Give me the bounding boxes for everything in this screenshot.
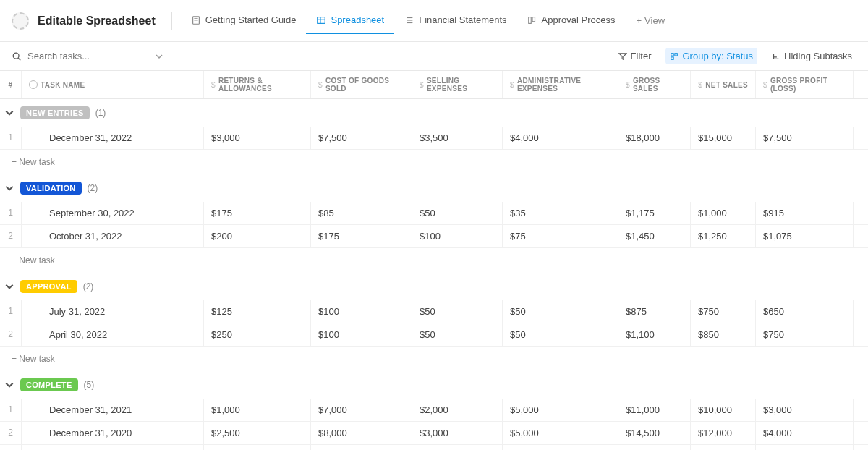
new-task-button[interactable]: + New task: [0, 347, 868, 371]
cell-name[interactable]: March 31, 2022: [22, 445, 204, 450]
cell-admin[interactable]: $50: [503, 445, 618, 450]
group-toggle[interactable]: [4, 281, 14, 292]
cell-name[interactable]: April 30, 2022: [22, 323, 204, 346]
cell-cogs[interactable]: $75: [311, 445, 412, 450]
cell-net[interactable]: $1,000: [691, 202, 756, 224]
group-badge[interactable]: VALIDATION: [20, 182, 82, 195]
cell-selling[interactable]: $50: [412, 323, 503, 346]
cell-gross[interactable]: $18,000: [618, 127, 691, 149]
cell-profit[interactable]: $3,000: [756, 399, 854, 421]
chevron-down-icon[interactable]: [155, 52, 163, 61]
cell-admin[interactable]: $5,000: [503, 399, 618, 421]
cell-admin[interactable]: $4,000: [503, 127, 618, 149]
cell-profit[interactable]: $650: [756, 300, 854, 323]
cell-selling[interactable]: $50: [412, 300, 503, 323]
table-row[interactable]: 1 July 31, 2022 $125 $100 $50 $50 $875 $…: [0, 300, 868, 323]
cell-net[interactable]: $750: [691, 300, 756, 323]
cell-gross[interactable]: $14,500: [618, 422, 691, 444]
cell-admin[interactable]: $75: [503, 225, 618, 247]
cell-admin[interactable]: $5,000: [503, 422, 618, 444]
table-row[interactable]: 2 April 30, 2022 $250 $100 $50 $50 $1,10…: [0, 323, 868, 347]
add-view-button[interactable]: + View: [626, 7, 676, 34]
hiding-subtasks-button[interactable]: Hiding Subtasks: [767, 48, 856, 64]
cell-returns[interactable]: $200: [204, 225, 311, 247]
col-header-num[interactable]: #: [0, 71, 22, 98]
cell-cogs[interactable]: $100: [311, 300, 412, 323]
cell-returns[interactable]: $175: [204, 202, 311, 224]
cell-cogs[interactable]: $7,000: [311, 399, 412, 421]
cell-returns[interactable]: $1,000: [204, 399, 311, 421]
tab-financial[interactable]: Financial Statements: [394, 7, 516, 34]
new-task-button[interactable]: + New task: [0, 248, 868, 273]
tab-approval[interactable]: Approval Process: [517, 7, 626, 34]
cell-selling[interactable]: $3,500: [412, 127, 503, 149]
cell-cogs[interactable]: $85: [311, 202, 412, 224]
group-badge[interactable]: COMPLETE: [20, 378, 78, 391]
table-row[interactable]: 1 September 30, 2022 $175 $85 $50 $35 $1…: [0, 202, 868, 225]
cell-profit[interactable]: $725: [756, 445, 854, 450]
table-row[interactable]: 2 October 31, 2022 $200 $175 $100 $75 $1…: [0, 225, 868, 248]
cell-name[interactable]: July 31, 2022: [22, 300, 204, 323]
table-row[interactable]: 1 December 31, 2022 $3,000 $7,500 $3,500…: [0, 127, 868, 150]
cell-cogs[interactable]: $7,500: [311, 127, 412, 149]
cell-profit[interactable]: $750: [756, 323, 854, 346]
new-task-button[interactable]: + New task: [0, 150, 868, 174]
cell-profit[interactable]: $1,075: [756, 225, 854, 247]
col-header-cogs[interactable]: $COST OF GOODS SOLD: [311, 71, 412, 98]
cell-net[interactable]: $15,000: [691, 127, 756, 149]
table-row[interactable]: 2 December 31, 2020 $2,500 $8,000 $3,000…: [0, 422, 868, 445]
cell-name[interactable]: December 31, 2022: [22, 127, 204, 149]
cell-admin[interactable]: $50: [503, 300, 618, 323]
col-header-name[interactable]: TASK NAME: [22, 71, 204, 98]
tab-getting-started[interactable]: Getting Started Guide: [181, 7, 307, 34]
cell-gross[interactable]: $900: [618, 445, 691, 450]
cell-gross[interactable]: $875: [618, 300, 691, 323]
cell-net[interactable]: $1,250: [691, 225, 756, 247]
search-input[interactable]: [27, 51, 149, 61]
cell-profit[interactable]: $915: [756, 202, 854, 224]
group-toggle[interactable]: [4, 183, 14, 193]
cell-net[interactable]: $850: [691, 323, 756, 346]
cell-cogs[interactable]: $175: [311, 225, 412, 247]
group-badge[interactable]: NEW ENTRIES: [20, 106, 90, 119]
cell-returns[interactable]: $2,500: [204, 422, 311, 444]
col-header-admin[interactable]: $ADMINISTRATIVE EXPENSES: [503, 71, 618, 98]
col-header-net[interactable]: $NET SALES: [691, 71, 756, 98]
cell-selling[interactable]: $3,000: [412, 422, 503, 444]
cell-cogs[interactable]: $8,000: [311, 422, 412, 444]
groupby-button[interactable]: Group by: Status: [665, 48, 757, 64]
cell-returns[interactable]: $100: [204, 445, 311, 450]
cell-net[interactable]: $12,000: [691, 422, 756, 444]
group-toggle[interactable]: [4, 108, 14, 118]
filter-button[interactable]: Filter: [614, 48, 656, 64]
cell-profit[interactable]: $4,000: [756, 422, 854, 444]
cell-net[interactable]: $800: [691, 445, 756, 450]
group-toggle[interactable]: [4, 380, 14, 390]
cell-selling[interactable]: $2,000: [412, 399, 503, 421]
cell-returns[interactable]: $3,000: [204, 127, 311, 149]
group-badge[interactable]: APPROVAL: [20, 280, 77, 293]
cell-returns[interactable]: $125: [204, 300, 311, 323]
tab-spreadsheet[interactable]: Spreadsheet: [306, 7, 394, 34]
cell-returns[interactable]: $250: [204, 323, 311, 346]
cell-gross[interactable]: $11,000: [618, 399, 691, 421]
col-header-selling[interactable]: $SELLING EXPENSES: [412, 71, 503, 98]
cell-admin[interactable]: $35: [503, 202, 618, 224]
cell-cogs[interactable]: $100: [311, 323, 412, 346]
table-row[interactable]: 3 March 31, 2022 $100 $75 $25 $50 $900 $…: [0, 445, 868, 450]
cell-gross[interactable]: $1,450: [618, 225, 691, 247]
cell-selling[interactable]: $25: [412, 445, 503, 450]
cell-name[interactable]: September 30, 2022: [22, 202, 204, 224]
cell-name[interactable]: December 31, 2021: [22, 399, 204, 421]
col-header-returns[interactable]: $RETURNS & ALLOWANCES: [204, 71, 311, 98]
cell-gross[interactable]: $1,175: [618, 202, 691, 224]
cell-name[interactable]: October 31, 2022: [22, 225, 204, 247]
col-header-gross[interactable]: $GROSS SALES: [618, 71, 691, 98]
cell-net[interactable]: $10,000: [691, 399, 756, 421]
cell-gross[interactable]: $1,100: [618, 323, 691, 346]
cell-name[interactable]: December 31, 2020: [22, 422, 204, 444]
cell-admin[interactable]: $50: [503, 323, 618, 346]
col-header-profit[interactable]: $GROSS PROFIT (LOSS): [756, 71, 854, 98]
cell-selling[interactable]: $50: [412, 202, 503, 224]
cell-profit[interactable]: $7,500: [756, 127, 854, 149]
